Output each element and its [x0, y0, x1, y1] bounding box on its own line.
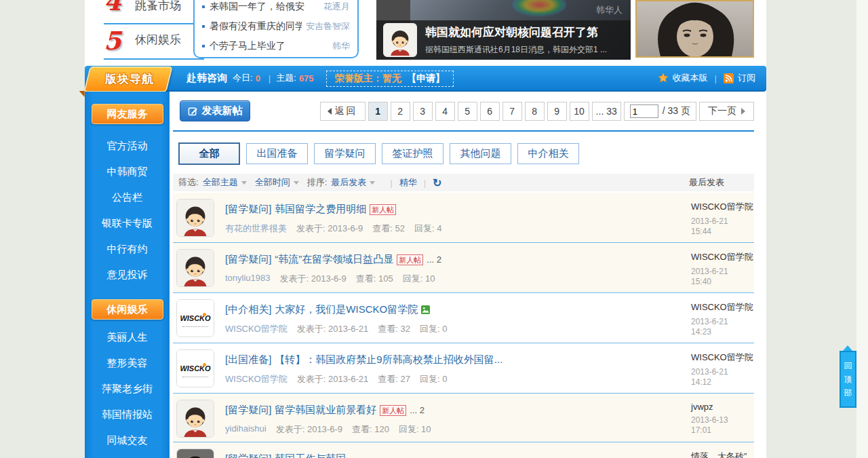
- next-page-button[interactable]: 下一页: [699, 102, 754, 121]
- back-button[interactable]: 返回: [320, 102, 366, 121]
- thread-posted-date: 发表于: 2013-6-9: [296, 223, 363, 235]
- lastpost-author[interactable]: jvwpz: [691, 402, 753, 412]
- thread-meta: yidihaishui发表于: 2013-6-9查看: 120回复: 10: [225, 423, 431, 436]
- hot-post-title[interactable]: 暑假有没有重庆的同学: [210, 20, 302, 33]
- thread-title[interactable]: 韩国工作与韩国: [275, 453, 346, 458]
- lastpost-author[interactable]: WISCKO留学院: [691, 251, 753, 263]
- board-nav-label[interactable]: 版块导航: [87, 71, 172, 87]
- lastpost-author[interactable]: 情落，大冬砖”: [691, 451, 753, 458]
- thread-title[interactable]: 留学韩国就业前景看好: [275, 404, 376, 417]
- lastpost-time[interactable]: 2013-6-2114:23: [691, 317, 753, 337]
- thread-avatar[interactable]: [176, 449, 214, 458]
- apply-moderator-link[interactable]: 【申请】: [407, 73, 445, 85]
- lastpost-time[interactable]: 2013-6-1317:01: [691, 415, 753, 436]
- lastpost-time[interactable]: 2013-6-2115:40: [691, 267, 753, 287]
- forum-name[interactable]: 赴韩咨询: [186, 72, 227, 85]
- page-button[interactable]: 10: [570, 102, 589, 121]
- digest-filter-link[interactable]: 精华: [399, 176, 417, 189]
- hot-post-author[interactable]: 韩华: [332, 40, 350, 52]
- sort-dropdown[interactable]: 最后发表: [331, 176, 366, 189]
- topic-filter-dropdown[interactable]: 全部主题: [203, 176, 238, 189]
- page-button[interactable]: 4: [435, 102, 455, 121]
- thread-pages-suffix[interactable]: ... 2: [427, 254, 441, 265]
- page-button[interactable]: 7: [502, 102, 522, 121]
- page-button[interactable]: 5: [458, 102, 477, 121]
- sidebar-item[interactable]: 萍聚老乡街: [85, 376, 170, 402]
- rainbow-overlay: [512, 0, 566, 16]
- thread-views: 查看: 32: [378, 323, 410, 335]
- sidebar-group-header[interactable]: 网友服务: [92, 104, 163, 124]
- page-button[interactable]: 3: [413, 102, 433, 121]
- sidebar-item[interactable]: 整形美容: [85, 350, 170, 376]
- hot-post-author[interactable]: 安吉鲁智深: [306, 20, 350, 33]
- thread-author[interactable]: 有花的世界很美: [225, 223, 287, 235]
- page-button[interactable]: 1: [368, 102, 388, 121]
- time-filter-dropdown[interactable]: 全部时间: [255, 176, 290, 189]
- rank-label-5[interactable]: 休闲娱乐: [135, 32, 181, 47]
- sidebar-item[interactable]: 中行有约: [85, 236, 170, 262]
- thread-category[interactable]: [出国准备]: [225, 354, 271, 366]
- thread-avatar[interactable]: [176, 400, 214, 438]
- hot-post-title[interactable]: 来韩国一年了，给俄安: [210, 1, 319, 13]
- hot-post-item[interactable]: 个劳子马上毕业了 韩华: [202, 36, 350, 56]
- page-jump-input[interactable]: [630, 104, 658, 118]
- filter-tab[interactable]: 出国准备: [246, 143, 308, 164]
- sidebar-item[interactable]: 官方活动: [85, 133, 170, 159]
- page-button[interactable]: 6: [480, 102, 500, 121]
- sidebar-item[interactable]: 中韩商贸: [85, 159, 170, 185]
- favorite-board-link[interactable]: 收藏本版: [673, 72, 708, 84]
- thread-author[interactable]: WISCKO留学院: [225, 323, 288, 335]
- new-post-button[interactable]: 发表新帖: [180, 100, 250, 121]
- sidebar-group-header[interactable]: 休闲娱乐: [92, 299, 163, 320]
- lastpost-author[interactable]: WISCKO留学院: [691, 301, 753, 313]
- hot-post-item[interactable]: 来韩国一年了，给俄安 花逐月: [202, 0, 350, 16]
- back-to-top-button[interactable]: 回顶部: [840, 351, 856, 408]
- thread-title[interactable]: 韩国留学之费用明细: [275, 203, 366, 216]
- filter-tab[interactable]: 全部: [178, 142, 240, 165]
- hot-post-author[interactable]: 花逐月: [323, 1, 350, 13]
- lastpost-time[interactable]: 2013-6-2114:12: [691, 367, 753, 387]
- sidebar-item[interactable]: 意见投诉: [85, 262, 170, 288]
- thread-avatar[interactable]: WISCKO: [176, 349, 214, 387]
- thread-avatar[interactable]: [176, 249, 214, 287]
- thread-pages-suffix[interactable]: ... 2: [410, 405, 425, 415]
- sidebar-item[interactable]: 银联卡专版: [85, 210, 170, 236]
- thread-row: [留学疑问]韩国工作与韩国情落，大冬砖”: [173, 442, 754, 458]
- sidebar-item[interactable]: 韩国情报站: [85, 402, 170, 427]
- filter-tab[interactable]: 中介相关: [517, 143, 579, 164]
- thread-category[interactable]: [中介相关]: [225, 303, 271, 316]
- thread-avatar[interactable]: [176, 199, 214, 237]
- page-button[interactable]: 9: [547, 102, 567, 121]
- thread-author[interactable]: WISCKO留学院: [225, 373, 288, 385]
- lastpost-time[interactable]: 2013-6-2115:44: [691, 216, 753, 237]
- refresh-icon[interactable]: ↻: [433, 176, 441, 189]
- sidebar-item[interactable]: 公告栏: [85, 185, 170, 210]
- lastpost-author[interactable]: WISCKO留学院: [691, 351, 753, 364]
- subscribe-link[interactable]: 订阅: [738, 72, 755, 84]
- page-button[interactable]: 8: [525, 102, 545, 121]
- page-button[interactable]: 2: [391, 102, 410, 121]
- filter-tab[interactable]: 签证护照: [382, 143, 443, 164]
- news-title[interactable]: 韩国就如何应对朝核问题召开了第: [425, 24, 607, 40]
- page-button[interactable]: ... 33: [592, 102, 621, 121]
- thread-author[interactable]: yidihaishui: [225, 423, 267, 436]
- thread-title[interactable]: “韩流”在留学领域日益凸显: [275, 253, 393, 266]
- sidebar-item[interactable]: 同城交友: [85, 427, 170, 453]
- hot-post-item[interactable]: 暑假有没有重庆的同学 安吉鲁智深: [202, 16, 350, 36]
- pagination: 返回 12345678910... 33 / 33 页 下一页: [320, 102, 754, 121]
- thread-category[interactable]: [留学疑问]: [225, 203, 271, 216]
- rank-label-4[interactable]: 跳蚤市场: [135, 0, 181, 14]
- filter-tab[interactable]: 留学疑问: [314, 143, 376, 164]
- thread-category[interactable]: [留学疑问]: [225, 253, 271, 266]
- sidebar-item[interactable]: 美丽人生: [85, 324, 170, 350]
- thread-category[interactable]: [留学疑问]: [225, 453, 271, 458]
- filter-tab[interactable]: 其他问题: [450, 143, 511, 164]
- news-slider[interactable]: 韩华人 韩国就如何应对朝核问题召开了第 据韩国纽西斯通讯社6月18日消息，韩国外…: [376, 0, 631, 60]
- lastpost-author[interactable]: WISCKO留学院: [691, 201, 753, 213]
- thread-category[interactable]: [留学疑问]: [225, 404, 271, 417]
- hot-post-title[interactable]: 个劳子马上毕业了: [210, 40, 328, 52]
- thread-avatar[interactable]: WISCKO: [176, 299, 214, 337]
- thread-title[interactable]: 【转】：韩国政府禁止9所韩高校禁止招收外国留...: [275, 354, 502, 366]
- thread-author[interactable]: tonyliu1983: [225, 273, 271, 285]
- thread-title[interactable]: 大家好，我们是WISCKO留学院: [275, 303, 418, 316]
